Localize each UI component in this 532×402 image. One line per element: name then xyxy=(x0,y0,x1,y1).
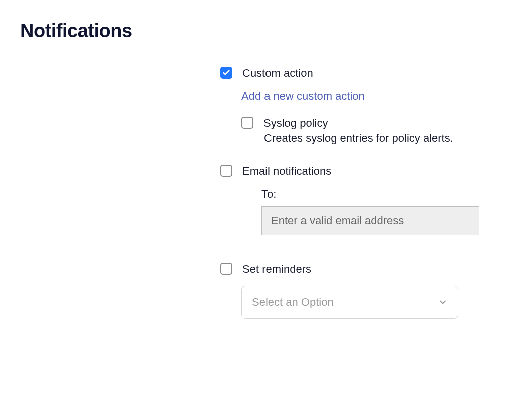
reminders-select[interactable]: Select an Option xyxy=(241,286,458,319)
custom-action-sub: Add a new custom action Syslog policy Cr… xyxy=(241,90,512,145)
check-icon xyxy=(222,69,230,77)
syslog-label: Syslog policy xyxy=(263,117,328,130)
email-to-label: To: xyxy=(261,188,512,201)
add-custom-action-link[interactable]: Add a new custom action xyxy=(241,90,365,103)
custom-action-label: Custom action xyxy=(242,67,313,80)
email-input[interactable] xyxy=(261,206,479,235)
custom-action-row: Custom action xyxy=(220,67,512,80)
reminders-label: Set reminders xyxy=(242,263,311,276)
custom-action-checkbox[interactable] xyxy=(220,67,232,79)
reminders-row: Set reminders xyxy=(220,263,512,276)
page-title: Notifications xyxy=(20,20,512,42)
reminders-select-wrapper: Select an Option xyxy=(241,286,458,319)
syslog-checkbox[interactable] xyxy=(241,117,253,129)
reminders-checkbox[interactable] xyxy=(220,263,232,275)
email-label: Email notifications xyxy=(242,165,331,178)
email-checkbox[interactable] xyxy=(220,165,232,177)
syslog-description: Creates syslog entries for policy alerts… xyxy=(264,132,512,145)
email-row: Email notifications xyxy=(220,165,512,178)
chevron-down-icon xyxy=(438,297,448,307)
reminders-select-placeholder: Select an Option xyxy=(252,296,334,309)
notifications-form: Custom action Add a new custom action Sy… xyxy=(220,67,512,319)
syslog-row: Syslog policy xyxy=(241,117,512,130)
